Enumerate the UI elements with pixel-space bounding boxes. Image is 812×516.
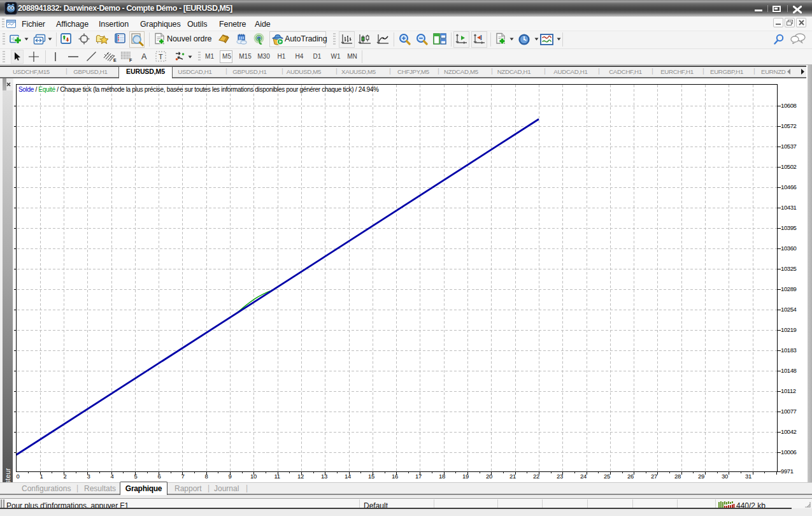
svg-text:F: F [129, 58, 132, 62]
svg-text:T: T [159, 53, 163, 61]
svg-text:E: E [113, 58, 117, 62]
